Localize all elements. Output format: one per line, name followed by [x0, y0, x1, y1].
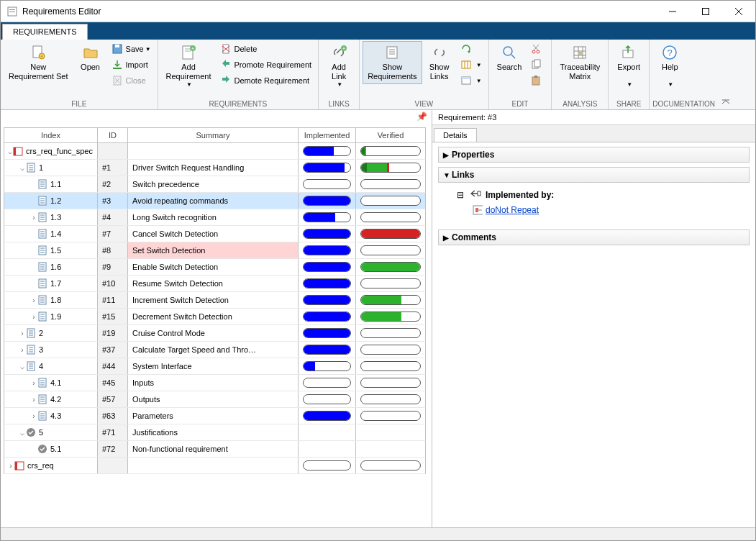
- pin-icon[interactable]: 📌: [416, 112, 427, 122]
- copy-button[interactable]: [527, 57, 548, 73]
- matrix-icon: [571, 44, 588, 61]
- section-comments[interactable]: ▶Comments: [438, 229, 750, 245]
- col-verified[interactable]: Verified: [356, 128, 425, 142]
- table-row[interactable]: 1.6#9Enable Switch Detection: [4, 259, 426, 276]
- collapse-link-group[interactable]: ⊟: [455, 190, 465, 200]
- table-row[interactable]: ›4.3#63Parameters: [4, 408, 426, 424]
- new-reqset-button[interactable]: + New Requirement Set: [4, 41, 73, 84]
- save-button[interactable]: Save▼: [108, 41, 155, 57]
- cut-button[interactable]: [527, 41, 548, 57]
- view-options-button[interactable]: ▼: [457, 73, 486, 88]
- columns-button[interactable]: ▼: [457, 57, 486, 73]
- table-row[interactable]: ›4.1#45Inputs: [4, 375, 426, 391]
- table-row[interactable]: ›4.2#57Outputs: [4, 391, 426, 408]
- table-row[interactable]: 1.4#7Cancel Switch Detection: [4, 226, 426, 242]
- svg-rect-2: [9, 12, 15, 12]
- table-row[interactable]: 1.2#3Avoid repeating commands: [4, 193, 426, 209]
- col-summary[interactable]: Summary: [128, 128, 299, 142]
- minimize-ribbon-button[interactable]: [721, 98, 731, 108]
- table-row[interactable]: ›1.8#11Increment Switch Detection: [4, 292, 426, 309]
- refresh-button[interactable]: [457, 41, 486, 57]
- close-file-button[interactable]: Close: [108, 73, 155, 88]
- table-row[interactable]: ⌵1#1Driver Switch Request Handling: [4, 160, 426, 176]
- ribbon-tab-requirements[interactable]: REQUIREMENTS: [2, 24, 88, 40]
- section-links[interactable]: ▼Links: [438, 167, 750, 183]
- import-button[interactable]: Import: [108, 57, 155, 73]
- promote-button[interactable]: Promote Requirement: [217, 57, 316, 73]
- table-row[interactable]: 1.5#8Set Switch Detection: [4, 242, 426, 259]
- table-row[interactable]: 1.7#10Resume Switch Detection: [4, 276, 426, 292]
- table-row[interactable]: 5.1#72Non-functional requirement: [4, 441, 426, 458]
- collapse-toggle[interactable]: ⌵: [19, 363, 26, 370]
- table-row[interactable]: ›2#19Cruise Control Mode: [4, 325, 426, 342]
- add-link-button[interactable]: + Add Link▼: [322, 41, 356, 91]
- table-row[interactable]: ›crs_req: [4, 458, 426, 474]
- svg-point-37: [532, 50, 535, 53]
- expand-toggle[interactable]: ›: [30, 379, 37, 387]
- collapse-toggle[interactable]: ⌵: [19, 164, 26, 172]
- new-file-icon: +: [29, 44, 47, 61]
- help-button[interactable]: ? Help▼: [652, 41, 687, 91]
- row-verified: [356, 325, 425, 341]
- show-links-button[interactable]: Show Links: [422, 41, 457, 84]
- expand-toggle[interactable]: ›: [30, 214, 37, 222]
- delete-button[interactable]: Delete: [217, 41, 316, 57]
- expand-toggle[interactable]: ›: [19, 329, 26, 337]
- close-file-icon: [111, 75, 123, 86]
- search-button[interactable]: Search: [492, 41, 527, 75]
- expand-toggle[interactable]: ›: [7, 462, 14, 470]
- table-row[interactable]: ›1.3#4Long Switch recognition: [4, 209, 426, 226]
- row-index: crs_req: [27, 461, 54, 470]
- expand-toggle[interactable]: ›: [30, 396, 37, 404]
- row-implemented: [299, 391, 356, 407]
- ribbon-group-doc: ? Help▼ DOCUMENTATION: [650, 40, 718, 109]
- close-button[interactable]: [722, 1, 755, 22]
- minimize-button[interactable]: [656, 1, 689, 22]
- details-tab[interactable]: Details: [434, 128, 477, 142]
- row-id: #44: [98, 358, 128, 374]
- row-id: #57: [98, 391, 128, 407]
- demote-icon: [220, 75, 232, 86]
- caret-down-icon: ▼: [668, 81, 673, 88]
- row-implemented: [299, 209, 356, 225]
- table-row[interactable]: ›1.9#15Decrement Switch Detection: [4, 309, 426, 325]
- col-id[interactable]: ID: [98, 128, 128, 142]
- row-verified: [356, 342, 425, 358]
- expand-toggle[interactable]: ›: [30, 412, 37, 420]
- row-summary: Non-functional requirement: [128, 441, 299, 457]
- section-properties[interactable]: ▶Properties: [438, 147, 750, 163]
- expand-toggle[interactable]: ›: [30, 313, 37, 321]
- details-header: Requirement: #3: [432, 110, 755, 125]
- maximize-button[interactable]: [689, 1, 722, 22]
- row-index: 1.8: [50, 296, 61, 304]
- paste-button[interactable]: [527, 73, 548, 88]
- expand-toggle[interactable]: ›: [19, 346, 26, 354]
- traceability-button[interactable]: Traceability Matrix: [555, 41, 605, 84]
- col-index[interactable]: Index: [4, 128, 98, 142]
- view-opts-icon: [460, 75, 472, 86]
- col-implemented[interactable]: Implemented: [299, 128, 356, 142]
- add-requirement-button[interactable]: + Add Requirement▼: [161, 41, 217, 91]
- table-row[interactable]: ›3#37Calculate Target Speed and Thro…: [4, 342, 426, 358]
- row-summary: Resume Switch Detection: [128, 276, 299, 291]
- copy-icon: [530, 59, 542, 71]
- row-verified: [356, 441, 425, 457]
- caret-down-icon: ▼: [145, 46, 151, 53]
- svg-rect-11: [115, 45, 119, 47]
- open-button[interactable]: Open: [73, 41, 108, 75]
- expand-toggle[interactable]: ›: [30, 296, 37, 304]
- table-row[interactable]: ⌵crs_req_func_spec: [4, 143, 426, 160]
- table-row[interactable]: ⌵5#71Justifications: [4, 424, 426, 441]
- row-summary: Justifications: [128, 424, 299, 440]
- collapse-toggle[interactable]: ⌵: [7, 147, 13, 155]
- link-donot-repeat[interactable]: doNot Repeat: [486, 205, 539, 215]
- export-button[interactable]: Export▼: [611, 41, 646, 91]
- show-requirements-button[interactable]: Show Requirements: [363, 41, 422, 84]
- add-req-icon: +: [180, 44, 197, 61]
- row-index: 5.1: [50, 445, 61, 453]
- refresh-icon: [460, 43, 472, 55]
- table-row[interactable]: 1.1#2Switch precedence: [4, 176, 426, 193]
- demote-button[interactable]: Demote Requirement: [217, 73, 316, 88]
- table-row[interactable]: ⌵4#44System Interface: [4, 358, 426, 375]
- collapse-toggle[interactable]: ⌵: [19, 429, 26, 437]
